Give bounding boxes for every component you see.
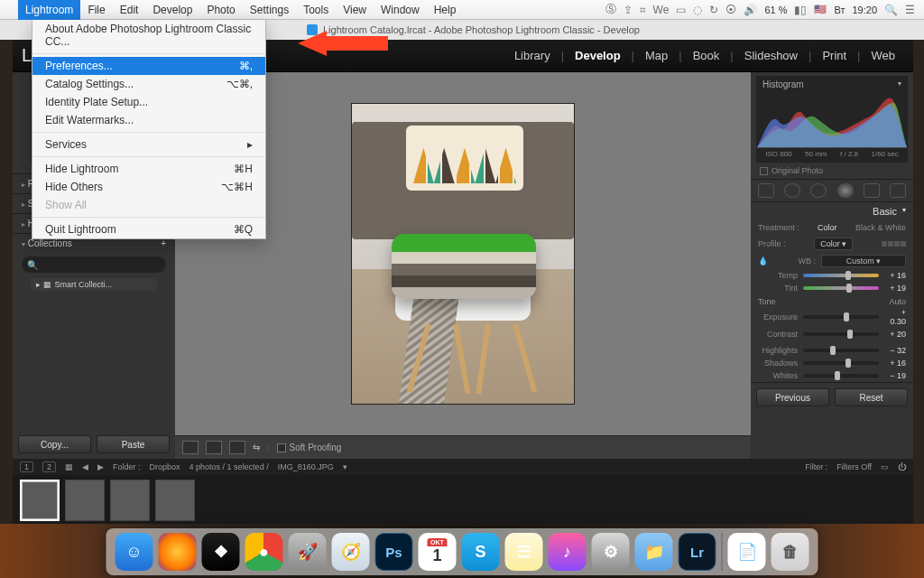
filter-lock-icon[interactable]: ▭ — [881, 462, 889, 471]
dock-firefox[interactable] — [159, 533, 197, 571]
menubar-edit[interactable]: Edit — [113, 0, 146, 20]
whites-slider[interactable] — [803, 374, 879, 378]
dock-folder[interactable]: 📁 — [635, 533, 673, 571]
menubar-settings[interactable]: Settings — [243, 0, 296, 20]
dock-itunes[interactable]: ♪ — [549, 533, 587, 571]
paste-button[interactable]: Paste — [97, 435, 170, 453]
thumb-2[interactable] — [65, 480, 105, 521]
spotlight-icon[interactable]: 🔍 — [884, 4, 898, 16]
spot-tool-icon[interactable] — [784, 183, 800, 198]
profile-select[interactable]: Color ▾ — [814, 238, 853, 250]
dock-vivaldi[interactable]: ❖ — [202, 533, 240, 571]
display-tray-icon[interactable]: ▭ — [676, 4, 686, 16]
wifi-tray-icon[interactable]: ⦿ — [725, 4, 736, 16]
module-book[interactable]: Book — [688, 49, 725, 62]
dock-launchpad[interactable]: 🚀 — [289, 533, 327, 571]
dock-finder[interactable]: ☺ — [116, 533, 153, 571]
dock-safari[interactable]: 🧭 — [332, 533, 370, 571]
dock-notes[interactable]: ☰ — [505, 533, 543, 571]
profile-browser-icon[interactable] — [882, 241, 906, 247]
previous-button[interactable]: Previous — [756, 388, 829, 406]
exposure-slider[interactable] — [803, 315, 879, 319]
skype-tray-icon[interactable]: Ⓢ — [605, 2, 616, 17]
graduated-tool-icon[interactable] — [864, 183, 880, 198]
menu-quit[interactable]: Quit Lightroom⌘Q — [32, 220, 265, 238]
app-tray-icon[interactable]: ⌗ — [640, 4, 646, 16]
volume-tray-icon[interactable]: 🔊 — [744, 4, 757, 16]
collections-search[interactable]: 🔍 — [22, 256, 166, 273]
dock-chrome[interactable]: ● — [245, 533, 283, 571]
notification-icon[interactable]: ☰ — [905, 4, 915, 16]
menubar-window[interactable]: Window — [374, 0, 427, 20]
dock-trash[interactable]: 🗑 — [772, 533, 809, 571]
before-after-tb-icon[interactable] — [229, 441, 245, 454]
filter-value[interactable]: Filters Off — [836, 462, 872, 471]
display-2[interactable]: 2 — [42, 461, 56, 472]
menubar-file[interactable]: File — [80, 0, 112, 20]
module-slideshow[interactable]: Slideshow — [739, 49, 803, 62]
dock-settings[interactable]: ⚙ — [592, 533, 630, 571]
dock-lightroom[interactable]: Lr — [679, 533, 716, 571]
tint-slider[interactable] — [803, 286, 879, 290]
loupe-view-icon[interactable] — [182, 441, 199, 454]
copy-button[interactable]: Copy... — [18, 435, 91, 453]
sync-tray-icon[interactable]: ◌ — [693, 4, 702, 16]
wb-select[interactable]: Custom ▾ — [821, 255, 906, 267]
dock-skype[interactable]: S — [462, 533, 500, 571]
clock-time[interactable]: 19:20 — [852, 5, 877, 15]
wb-picker-icon[interactable]: 💧 — [758, 256, 771, 266]
nav-fwd-icon[interactable]: ▶ — [97, 462, 104, 471]
menu-about[interactable]: About Adobe Photoshop Lightroom Classic … — [32, 20, 265, 51]
module-map[interactable]: Map — [640, 49, 673, 62]
menu-edit-watermarks[interactable]: Edit Watermarks... — [32, 111, 265, 129]
dock-document[interactable]: 📄 — [728, 533, 766, 571]
dock-photoshop[interactable]: Ps — [375, 533, 413, 571]
menubar-photo[interactable]: Photo — [199, 0, 242, 20]
menu-identity-plate[interactable]: Identity Plate Setup... — [32, 93, 265, 111]
menubar-develop[interactable]: Develop — [145, 0, 199, 20]
menubar-tools[interactable]: Tools — [296, 0, 336, 20]
treatment-bw[interactable]: Black & White — [855, 223, 906, 232]
input-flag[interactable]: 🇺🇸 — [814, 4, 827, 15]
menubar-lightroom[interactable]: Lightroom — [18, 0, 80, 20]
wacom-tray-icon[interactable]: We — [653, 4, 670, 16]
treatment-color[interactable]: Color — [818, 223, 837, 232]
soft-proofing-checkbox[interactable] — [277, 443, 286, 452]
filmstrip[interactable] — [13, 475, 913, 526]
clock-day[interactable]: Вт — [834, 5, 845, 15]
crop-tool-icon[interactable] — [758, 183, 774, 198]
thumb-4[interactable] — [155, 480, 195, 521]
temp-slider[interactable] — [803, 274, 879, 277]
brush-tool-icon[interactable] — [890, 183, 906, 198]
menu-services[interactable]: Services▸ — [32, 135, 265, 154]
nav-back-icon[interactable]: ◀ — [82, 462, 88, 471]
before-after-lr-icon[interactable] — [206, 441, 222, 454]
tone-auto[interactable]: Auto — [889, 297, 906, 306]
redeye-tool-icon[interactable] — [810, 183, 827, 198]
smart-collection-item[interactable]: ▸ ▦Smart Collecti... — [31, 278, 157, 291]
menu-hide-lightroom[interactable]: Hide Lightroom⌘H — [32, 160, 265, 178]
module-develop[interactable]: Develop — [569, 49, 626, 62]
histogram-panel[interactable]: Histogram▾ ISO 800 50 mm f / 2.8 1/60 se… — [756, 76, 908, 163]
menubar-help[interactable]: Help — [427, 0, 464, 20]
module-web[interactable]: Web — [866, 49, 901, 62]
menu-preferences[interactable]: Preferences...⌘, — [32, 57, 265, 75]
dock-calendar[interactable]: OKT1 — [419, 533, 457, 571]
folder-name[interactable]: Dropbox — [150, 462, 180, 471]
reset-button[interactable]: Reset — [835, 388, 908, 406]
grid-icon[interactable]: ▦ — [65, 462, 73, 471]
contrast-slider[interactable] — [803, 332, 879, 336]
display-1[interactable]: 1 — [20, 461, 33, 472]
menu-catalog-settings[interactable]: Catalog Settings...⌥⌘, — [32, 75, 265, 93]
battery-indicator[interactable]: 61 % — [764, 5, 787, 15]
module-library[interactable]: Library — [509, 49, 556, 62]
dropbox-tray-icon[interactable]: ⇪ — [624, 4, 633, 16]
swap-icon[interactable]: ⇆ — [253, 443, 260, 452]
original-photo-checkbox[interactable] — [760, 167, 768, 175]
menubar-view[interactable]: View — [336, 0, 374, 20]
module-print[interactable]: Print — [817, 49, 852, 62]
thumb-1[interactable] — [20, 480, 60, 521]
highlights-slider[interactable] — [803, 349, 879, 352]
timemachine-tray-icon[interactable]: ↻ — [709, 4, 718, 16]
thumb-3[interactable] — [110, 480, 150, 521]
